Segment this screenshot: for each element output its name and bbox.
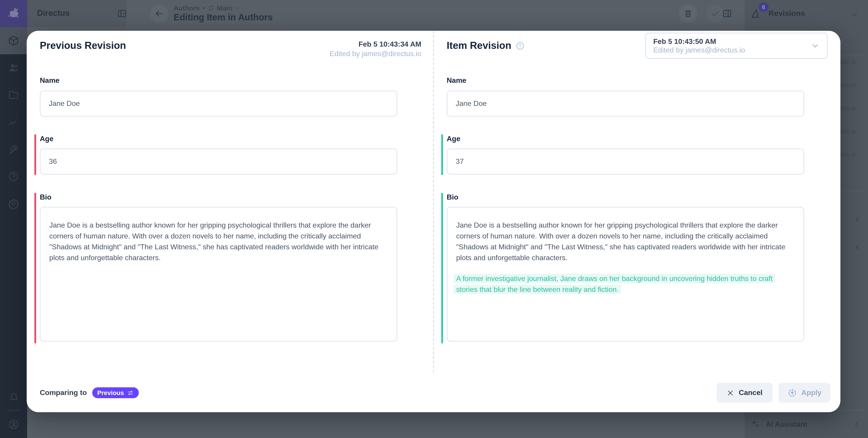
- module-files[interactable]: [0, 82, 27, 109]
- revisions-count-badge: 6: [758, 2, 769, 12]
- apply-label: Apply: [801, 389, 822, 397]
- module-help[interactable]: [0, 163, 27, 190]
- account-circle-icon: [8, 418, 20, 430]
- delete-item-button[interactable]: [679, 4, 697, 23]
- gear-icon: [8, 198, 20, 209]
- previous-revision-edited-by: Edited by james@directus.io: [330, 49, 421, 58]
- name-field-input[interactable]: [40, 90, 397, 117]
- age-field-input[interactable]: [40, 148, 397, 175]
- directus-logo[interactable]: [0, 0, 27, 27]
- apply-button[interactable]: Apply: [778, 383, 831, 403]
- version-sync-icon: [208, 4, 214, 11]
- apply-upload-icon: [787, 388, 797, 398]
- ai-sparkles-icon: [750, 419, 761, 431]
- revision-list-item[interactable]: tus.io: [840, 104, 856, 112]
- diff-added-bar: [441, 193, 443, 344]
- content-cube-icon: [8, 35, 20, 47]
- selector-timestamp: Feb 5 10:43:50 AM: [653, 37, 811, 46]
- module-users[interactable]: [0, 54, 27, 82]
- module-rocket[interactable]: [0, 136, 27, 163]
- rocket-icon: [8, 143, 20, 155]
- directus-rabbit-icon: [6, 6, 21, 21]
- drawer-footer: Comparing to Previous Cancel Apply: [40, 383, 831, 403]
- diff-added-text: A former investigative journalist, Jane …: [454, 274, 775, 294]
- section-chevron-left-icon[interactable]: [854, 243, 862, 252]
- chevron-down-icon: [811, 41, 819, 50]
- insights-icon: [8, 116, 20, 128]
- name-field-label: Name: [40, 77, 59, 85]
- item-revision-title-text: Item Revision: [447, 40, 511, 52]
- bio-added-paragraph: A former investigative journalist, Jane …: [456, 273, 794, 295]
- revisions-sidebar-title[interactable]: Revisions: [769, 9, 805, 18]
- item-revision-panel: Item Revision Feb 5 10:43:50 AM Edited b…: [434, 31, 840, 412]
- ai-assistant-label[interactable]: AI Assistant: [766, 420, 807, 429]
- diff-removed-bar: [34, 193, 36, 344]
- name-field-input[interactable]: [447, 90, 804, 117]
- help-icon: [8, 171, 20, 182]
- previous-revision-title: Previous Revision: [40, 40, 126, 52]
- comparing-to-label: Comparing to: [40, 389, 87, 397]
- directus-app: Directus Authors • Main Editing Item in …: [0, 0, 868, 438]
- name-field-label: Name: [447, 77, 466, 85]
- account-button[interactable]: [0, 411, 27, 438]
- revision-list-item[interactable]: tus.io: [840, 127, 856, 135]
- folder-icon: [8, 89, 20, 101]
- revision-list-item[interactable]: tus.io: [840, 58, 856, 66]
- back-button[interactable]: [150, 4, 168, 23]
- selector-edited-by: Edited by james@directus.io: [653, 46, 811, 54]
- page-title: Editing Item in Authors: [174, 12, 273, 23]
- breadcrumb-dot: •: [202, 4, 205, 12]
- previous-revision-timestamp: Feb 5 10:43:34 AM: [330, 40, 421, 49]
- comparing-target-button[interactable]: Previous: [92, 387, 139, 398]
- section-chevron-left-icon[interactable]: [854, 215, 862, 224]
- module-content[interactable]: [0, 27, 27, 54]
- collapse-right-panel-icon[interactable]: [721, 8, 733, 19]
- module-insights[interactable]: [0, 109, 27, 136]
- breadcrumb-collection: Authors: [174, 4, 199, 12]
- swap-horizontal-icon: [127, 389, 134, 396]
- app-title: Directus: [37, 8, 70, 18]
- arrow-left-icon: [154, 8, 164, 19]
- caret-down-icon: [235, 5, 241, 11]
- previous-revision-panel: Previous Revision Feb 5 10:43:34 AM Edit…: [27, 31, 434, 412]
- age-field-input[interactable]: [447, 148, 804, 175]
- check-icon: [710, 8, 721, 19]
- age-field-label: Age: [40, 135, 53, 143]
- cancel-label: Cancel: [739, 389, 763, 397]
- cancel-button[interactable]: Cancel: [717, 383, 772, 403]
- diff-removed-bar: [34, 135, 36, 175]
- ai-assistant-chevron-left-icon[interactable]: [852, 420, 861, 429]
- item-revision-title: Item Revision: [447, 40, 525, 52]
- age-field-label: Age: [447, 135, 460, 143]
- revisions-chevron-down-icon[interactable]: [850, 10, 859, 19]
- diff-added-bar: [441, 135, 443, 175]
- info-icon[interactable]: [515, 41, 525, 51]
- notifications-button[interactable]: [0, 384, 27, 411]
- bio-field-label: Bio: [447, 193, 458, 201]
- bell-icon: [8, 391, 19, 403]
- revision-selector-dropdown[interactable]: Feb 5 10:43:50 AM Edited by james@direct…: [645, 33, 828, 59]
- breadcrumb-version[interactable]: Main: [217, 4, 232, 12]
- revision-compare-drawer: Previous Revision Feb 5 10:43:34 AM Edit…: [27, 31, 840, 412]
- collapse-left-panel-icon[interactable]: [117, 8, 127, 19]
- module-settings[interactable]: [0, 190, 27, 217]
- bio-field-textarea[interactable]: Jane Doe is a bestselling author known f…: [447, 207, 804, 342]
- bio-text: Jane Doe is a bestselling author known f…: [49, 220, 388, 263]
- breadcrumb[interactable]: Authors • Main: [174, 4, 241, 12]
- bio-text: Jane Doe is a bestselling author known f…: [456, 220, 794, 263]
- revision-list-item[interactable]: tus.io: [840, 150, 856, 158]
- revision-list-item[interactable]: tus.io: [840, 81, 856, 89]
- comparing-target-value: Previous: [97, 389, 124, 397]
- bio-field-label: Bio: [40, 193, 52, 201]
- previous-revision-meta: Feb 5 10:43:34 AM Edited by james@direct…: [330, 40, 421, 58]
- users-icon: [8, 62, 20, 74]
- trash-icon: [683, 8, 693, 19]
- bio-field-textarea[interactable]: Jane Doe is a bestselling author known f…: [40, 207, 397, 342]
- close-x-icon: [726, 389, 734, 397]
